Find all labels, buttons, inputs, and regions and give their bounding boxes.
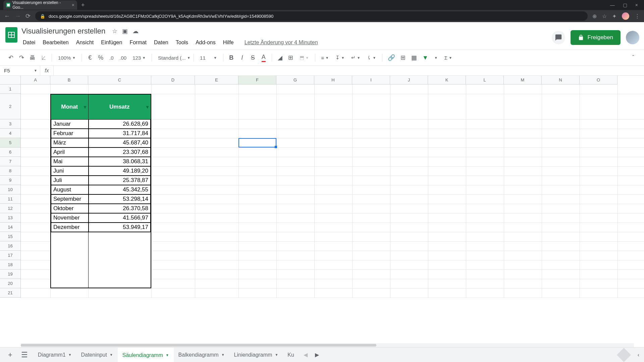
number-format-select[interactable]: 123▼ [130,55,148,61]
cell-grid[interactable]: Monat▾Umsatz▾Januar26.628,69Februar31.71… [21,84,644,298]
insert-chart-button[interactable]: ▦ [410,53,418,63]
menu-bearbeiten[interactable]: Bearbeiten [39,38,72,48]
fill-color-button[interactable]: ◢ [276,53,284,63]
horizontal-align-button[interactable]: ≡▼ [319,55,331,61]
bookmark-icon[interactable]: ☆ [602,13,607,19]
column-header-O[interactable]: O [580,76,618,84]
borders-button[interactable]: ⊞ [287,53,295,63]
active-cell[interactable] [238,138,276,147]
document-title[interactable]: Visualisierungen erstellen [19,26,107,36]
currency-button[interactable]: € [86,53,94,63]
row-header-12[interactable]: 12 [0,204,21,213]
row-header-9[interactable]: 9 [0,176,21,185]
cell-umsatz[interactable]: 25.378,87 [89,176,151,185]
menu-daten[interactable]: Daten [151,38,172,48]
functions-button[interactable]: Σ▼ [442,55,454,61]
row-header-15[interactable]: 15 [0,232,21,241]
row-header-10[interactable]: 10 [0,185,21,194]
all-sheets-button[interactable]: ☰ [18,351,31,359]
table-header-umsatz[interactable]: Umsatz▾ [89,95,151,119]
chrome-profile-avatar[interactable] [622,12,629,20]
cell-umsatz[interactable]: 53.949,17 [89,223,151,232]
row-header-8[interactable]: 8 [0,166,21,176]
move-icon[interactable]: ▣ [122,27,128,35]
decrease-decimal-button[interactable]: .0 [107,53,115,63]
cell-umsatz[interactable]: 26.370,58 [89,204,151,213]
print-button[interactable]: 🖶 [28,53,37,63]
new-tab-button[interactable]: + [81,2,85,9]
cell-month[interactable]: September [51,194,89,204]
row-header-2[interactable]: 2 [0,94,21,119]
cell-umsatz[interactable]: 41.566,97 [89,213,151,223]
column-header-B[interactable]: B [50,76,88,84]
filter-icon[interactable]: ▾ [84,104,86,110]
cell-umsatz[interactable]: 45.342,55 [89,185,151,194]
side-panel-toggle[interactable]: ‹ [638,352,639,358]
bold-button[interactable]: B [227,53,235,63]
sheet-tab-dateninput[interactable]: Dateninput▼ [76,348,117,362]
filter-views-button[interactable]: ▼ [432,56,440,60]
redo-button[interactable]: ↷ [17,53,25,63]
cell-month[interactable]: Oktober [51,204,89,213]
sheet-tab-balkendiagramm[interactable]: Balkendiagramm▼ [174,348,229,362]
text-color-button[interactable]: A [260,53,268,63]
window-maximize-icon[interactable]: ▢ [623,2,627,8]
formula-input[interactable] [54,66,644,75]
row-header-11[interactable]: 11 [0,194,21,204]
cell-umsatz[interactable]: 49.189,20 [89,166,151,176]
column-header-J[interactable]: J [390,76,428,84]
scroll-tabs-right[interactable]: ▶ [312,352,322,358]
column-header-C[interactable]: C [88,76,151,84]
row-header-14[interactable]: 14 [0,223,21,232]
row-header-17[interactable]: 17 [0,251,21,260]
column-header-M[interactable]: M [504,76,542,84]
sheet-tab-diagramm1[interactable]: Diagramm1▼ [33,348,76,362]
text-wrap-button[interactable]: ↵▼ [349,55,362,61]
cell-month[interactable]: Juni [51,166,89,176]
font-family-select[interactable]: Standard (...▼ [156,55,190,61]
menu-format[interactable]: Format [126,38,150,48]
scroll-tabs-left[interactable]: ◀ [301,352,310,358]
row-header-4[interactable]: 4 [0,129,21,138]
column-header-K[interactable]: K [428,76,466,84]
cell-month[interactable]: August [51,185,89,194]
account-avatar[interactable] [626,31,639,44]
insert-link-button[interactable]: 🔗 [386,53,396,63]
menu-einfügen[interactable]: Einfügen [98,38,125,48]
column-header-G[interactable]: G [276,76,314,84]
zoom-select[interactable]: 100%▼ [56,55,77,61]
cell-month[interactable]: Dezember [51,223,89,232]
column-header-N[interactable]: N [542,76,580,84]
forward-button[interactable]: → [15,13,21,20]
horizontal-scrollbar[interactable] [21,343,634,347]
chrome-menu-icon[interactable]: ⋮ [635,13,640,19]
menu-add-ons[interactable]: Add-ons [192,38,219,48]
cell-umsatz[interactable]: 26.628,69 [89,119,151,129]
column-header-H[interactable]: H [314,76,352,84]
cell-month[interactable]: Februar [51,129,89,138]
sheet-tab-menu-icon[interactable]: ▼ [110,353,113,357]
font-size-select[interactable]: 11▼ [198,55,219,61]
cell-umsatz[interactable]: 31.717,84 [89,129,151,138]
share-button[interactable]: Freigeben [571,30,621,45]
row-header-21[interactable]: 21 [0,288,21,298]
sheet-tab-säulendiagramm[interactable]: Säulendiagramm▼ [118,348,174,362]
browser-tab[interactable]: Visualisierungen erstellen - Goo... × [3,0,77,10]
sheet-tab-liniendiagramm[interactable]: Liniendiagramm▼ [229,348,283,362]
close-tab-icon[interactable]: × [72,2,74,8]
row-header-7[interactable]: 7 [0,157,21,166]
filter-icon[interactable]: ▾ [146,104,149,110]
filter-button[interactable]: ▼ [421,53,430,63]
vertical-align-button[interactable]: ↧▼ [333,55,346,61]
cell-month[interactable]: April [51,147,89,157]
cell-month[interactable]: Mai [51,157,89,166]
cell-month[interactable]: Juli [51,176,89,185]
cell-umsatz[interactable]: 23.307,68 [89,147,151,157]
row-header-1[interactable]: 1 [0,84,21,94]
name-box[interactable]: F5 ▼ [0,66,40,75]
column-header-A[interactable]: A [21,76,50,84]
sheet-tab-menu-icon[interactable]: ▼ [275,353,278,357]
column-header-E[interactable]: E [195,76,238,84]
menu-tools[interactable]: Tools [172,38,192,48]
reload-button[interactable]: ⟳ [25,12,31,20]
